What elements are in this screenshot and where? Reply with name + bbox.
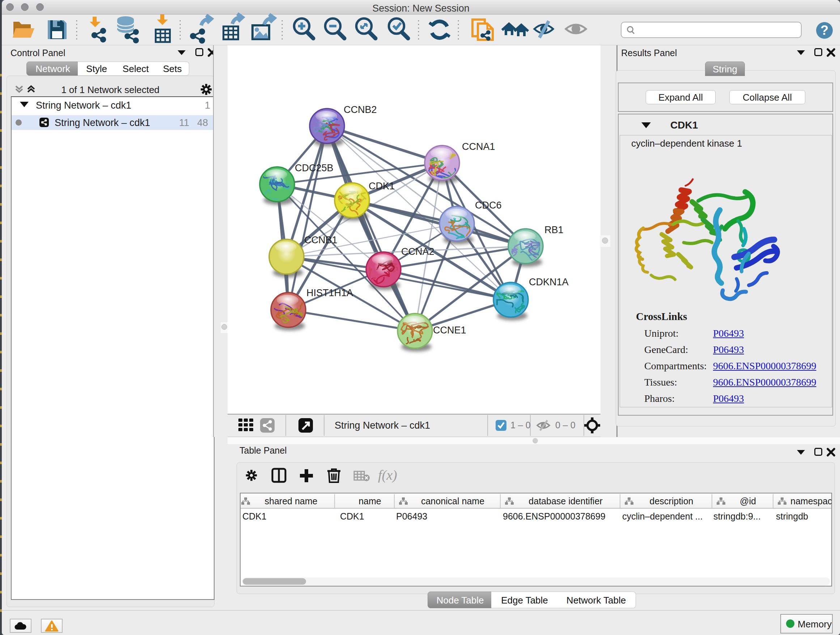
svg-text:CDC6: CDC6 [475, 200, 502, 211]
svg-text:CDKN1A: CDKN1A [529, 277, 569, 287]
svg-text:CDK1: CDK1 [369, 181, 395, 192]
svg-text:CCNB2: CCNB2 [344, 104, 377, 115]
svg-text:0 – 0: 0 – 0 [555, 420, 576, 430]
svg-text:HIST1H1A: HIST1H1A [306, 287, 353, 298]
svg-text:CCNA2: CCNA2 [401, 246, 434, 257]
svg-text:CCNA1: CCNA1 [462, 141, 495, 152]
svg-text:RB1: RB1 [545, 225, 564, 235]
svg-text:CCNB1: CCNB1 [304, 234, 338, 245]
svg-text:?: ? [821, 23, 829, 38]
svg-text:String Network – cdk1: String Network – cdk1 [335, 420, 430, 431]
svg-text:1 – 0: 1 – 0 [510, 420, 531, 430]
svg-text:CCNE1: CCNE1 [433, 325, 466, 336]
svg-text:CDC25B: CDC25B [295, 163, 333, 173]
